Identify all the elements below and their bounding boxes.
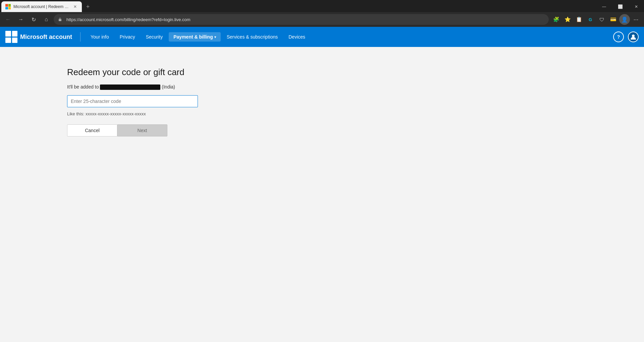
extensions-icon[interactable]: 🧩 — [551, 14, 561, 25]
browser-chrome: Microsoft account | Redeem you ✕ + — ⬜ ✕… — [0, 0, 644, 27]
new-tab-button[interactable]: + — [83, 2, 93, 11]
user-avatar-button[interactable] — [628, 32, 639, 42]
page-title: Redeem your code or gift card — [67, 67, 644, 77]
window-controls: — ⬜ ✕ — [596, 1, 644, 12]
account-suffix: (India) — [162, 84, 175, 90]
app-grid-button[interactable] — [5, 31, 17, 43]
nav-payment-billing[interactable]: Payment & billing ▾ — [169, 32, 220, 42]
lock-icon — [58, 17, 62, 22]
address-box[interactable]: https://account.microsoft.com/billing/re… — [54, 14, 549, 25]
tab-close-button[interactable]: ✕ — [72, 4, 78, 9]
back-button[interactable]: ← — [3, 14, 13, 25]
address-bar-row: ← → ↻ ⌂ https://account.microsoft.com/bi… — [0, 12, 644, 27]
code-input[interactable] — [67, 95, 198, 107]
favorites-icon[interactable]: ⭐ — [562, 14, 573, 25]
collections-icon[interactable]: 📋 — [574, 14, 584, 25]
nav-divider — [80, 32, 80, 42]
user-avatar-icon — [630, 34, 637, 40]
address-url: https://account.microsoft.com/billing/re… — [66, 17, 545, 22]
toolbar-icons: 🧩 ⭐ 📋 G 🛡 💳 👤 ··· — [551, 14, 641, 25]
account-prefix: It'll be added to — [67, 84, 99, 90]
home-button[interactable]: ⌂ — [41, 14, 52, 25]
maximize-button[interactable]: ⬜ — [612, 1, 628, 12]
minimize-button[interactable]: — — [596, 1, 612, 12]
help-button[interactable]: ? — [613, 32, 624, 42]
tab-bar: Microsoft account | Redeem you ✕ + — ⬜ ✕ — [0, 0, 644, 12]
nav-privacy[interactable]: Privacy — [115, 32, 140, 42]
account-info-text: It'll be added to (India) — [67, 84, 644, 90]
main-content: Redeem your code or gift card It'll be a… — [0, 47, 644, 342]
nav-devices[interactable]: Devices — [284, 32, 310, 42]
redacted-email — [100, 84, 160, 90]
settings-menu-button[interactable]: ··· — [631, 14, 641, 25]
svg-rect-0 — [59, 19, 61, 21]
dropdown-arrow-icon: ▾ — [214, 35, 216, 39]
nav-security[interactable]: Security — [141, 32, 168, 42]
nav-your-info[interactable]: Your info — [86, 32, 114, 42]
profile-button[interactable]: 👤 — [619, 14, 630, 25]
brand-title: Microsoft account — [20, 34, 72, 41]
cancel-button[interactable]: Cancel — [67, 124, 117, 136]
wallet-icon[interactable]: 💳 — [608, 14, 619, 25]
svg-point-1 — [632, 35, 635, 37]
ms-favicon — [5, 4, 11, 9]
bing-icon[interactable]: G — [585, 14, 596, 25]
active-tab[interactable]: Microsoft account | Redeem you ✕ — [1, 1, 82, 12]
ms-navbar: Microsoft account Your info Privacy Secu… — [0, 27, 644, 47]
tab-favicon — [5, 4, 11, 9]
button-row: Cancel Next — [67, 124, 644, 136]
code-hint-text: Like this: xxxxx-xxxxx-xxxxx-xxxxx-xxxxx — [67, 111, 644, 116]
tracking-icon[interactable]: 🛡 — [596, 14, 607, 25]
close-window-button[interactable]: ✕ — [629, 1, 644, 12]
nav-services-subscriptions[interactable]: Services & subscriptions — [222, 32, 283, 42]
nav-right: ? — [613, 32, 639, 42]
next-button[interactable]: Next — [117, 124, 167, 136]
tab-title: Microsoft account | Redeem you — [13, 4, 70, 9]
forward-button[interactable]: → — [15, 14, 26, 25]
nav-items: Your info Privacy Security Payment & bil… — [86, 32, 613, 42]
code-input-wrapper — [67, 95, 644, 107]
refresh-button[interactable]: ↻ — [28, 14, 39, 25]
